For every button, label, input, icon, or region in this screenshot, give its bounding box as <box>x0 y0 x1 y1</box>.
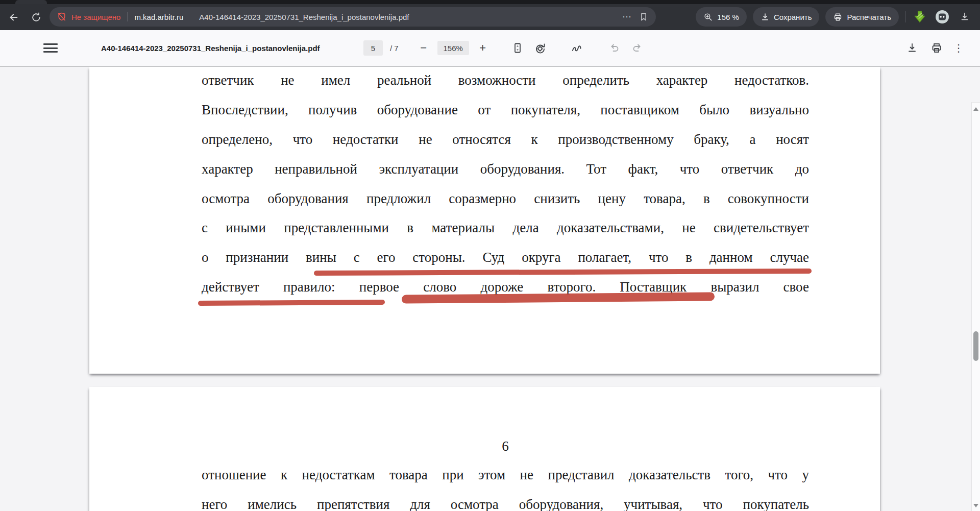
site-domain: m.kad.arbitr.ru <box>134 13 183 21</box>
red-underline-annotation <box>198 300 385 306</box>
download-icon <box>761 12 770 21</box>
reload-icon <box>31 12 42 23</box>
text-line: определено,чтонедостаткинеотносятсякпрои… <box>202 125 809 155</box>
draw-annotation-button[interactable] <box>569 40 584 56</box>
assistant-face-icon <box>935 10 949 24</box>
bookmark-icon[interactable] <box>639 12 649 22</box>
page6-number: 6 <box>202 438 809 454</box>
pdf-menu-button[interactable] <box>43 43 58 53</box>
green-download-arrow-icon <box>913 10 927 24</box>
extension-savefrom-button[interactable] <box>912 9 928 25</box>
pdf-filename: A40-146414-2023_20250731_Reshenija_i_pos… <box>101 30 320 66</box>
printer-icon <box>833 12 843 22</box>
zoom-chip-label: 156 % <box>717 13 739 21</box>
page5-text: ответчикнеимелреальнойвозможностиопредел… <box>202 67 809 302</box>
text-line: негоимелисьпрепятствиядляосмотраоборудов… <box>202 490 809 511</box>
zoom-out-button[interactable]: − <box>417 41 430 55</box>
page-count-label: / 7 <box>390 44 399 53</box>
back-arrow-icon <box>8 12 19 23</box>
back-button[interactable] <box>5 9 22 26</box>
pdf-toolbar: A40-146414-2023_20250731_Reshenija_i_pos… <box>0 30 980 67</box>
security-warning-label: Не защищено <box>71 13 120 21</box>
browser-toolbar: Не защищено m.kad.arbitr.ru A40-146414-2… <box>0 4 980 30</box>
downloads-button[interactable] <box>957 9 973 25</box>
print-button[interactable]: Распечатать <box>825 7 899 27</box>
text-line: отношениекнедостаткамтовараприэтомнепред… <box>202 460 809 490</box>
text-line: характернеправильнойэксплуатацииоборудов… <box>202 154 809 184</box>
scroll-down-arrow[interactable] <box>973 504 978 507</box>
pdf-download-button[interactable] <box>904 40 920 56</box>
rotate-button[interactable] <box>532 40 548 56</box>
extensions-overflow-button[interactable]: ⋯ <box>622 11 632 22</box>
zoom-magnifier-icon <box>703 12 713 22</box>
redo-button[interactable] <box>629 40 645 56</box>
fit-page-button[interactable] <box>510 40 525 56</box>
pdf-print-button[interactable] <box>929 40 944 56</box>
scrollbar-thumb[interactable] <box>973 331 978 361</box>
print-button-label: Распечатать <box>847 13 891 21</box>
zoom-in-button[interactable]: + <box>476 41 489 55</box>
pdf-content-area[interactable]: ответчикнеимелреальнойвозможностиопредел… <box>0 67 980 511</box>
address-bar[interactable]: Не защищено m.kad.arbitr.ru A40-146414-2… <box>50 7 656 27</box>
page6-text: отношениекнедостаткамтовараприэтомнепред… <box>202 460 809 511</box>
pdf-controls: / 7 − 156% + <box>363 30 645 66</box>
voice-assistant-button[interactable] <box>934 9 950 25</box>
zoom-chip[interactable]: 156 % <box>696 7 747 27</box>
page-title: A40-146414-2023_20250731_Reshenija_i_pos… <box>199 13 618 21</box>
pdf-zoom-value[interactable]: 156% <box>437 41 469 55</box>
pdf-page-6: 6 отношениекнедостаткамтовараприэтомнепр… <box>89 387 880 511</box>
insecure-shield-icon <box>57 12 67 22</box>
text-line: опризнаниивинысегостороны.Судокругаполаг… <box>202 243 809 273</box>
pdf-page-5: ответчикнеимелреальнойвозможностиопредел… <box>89 67 880 374</box>
text-line: осмотраоборудованияпредложилсоразмерносн… <box>202 184 809 213</box>
browser-window: Не защищено m.kad.arbitr.ru A40-146414-2… <box>0 0 980 511</box>
save-button-label: Сохранить <box>774 13 812 21</box>
text-line: Впоследствии,получивоборудованиеотпокупа… <box>202 95 809 125</box>
toolbar-divider <box>905 11 905 22</box>
downloads-arrow-icon <box>959 11 970 22</box>
pdf-toolbar-right: ⋮ <box>904 30 964 66</box>
pdf-more-options-button[interactable]: ⋮ <box>953 43 964 53</box>
vertical-scrollbar[interactable] <box>971 102 980 511</box>
omnibox-divider <box>127 12 128 21</box>
save-button[interactable]: Сохранить <box>753 7 820 27</box>
text-line: ответчикнеимелреальнойвозможностиопредел… <box>202 67 809 95</box>
toolbar-right-cluster: 156 % Сохранить Распечатать <box>696 7 973 27</box>
active-tab[interactable] <box>15 0 47 4</box>
undo-button[interactable] <box>607 40 622 56</box>
page-number-input[interactable] <box>363 40 383 56</box>
text-line: синымипредставленнымивматериалыделадоказ… <box>202 213 809 243</box>
tab-strip <box>0 0 980 4</box>
reload-button[interactable] <box>28 9 45 26</box>
scroll-up-arrow[interactable] <box>973 107 978 111</box>
